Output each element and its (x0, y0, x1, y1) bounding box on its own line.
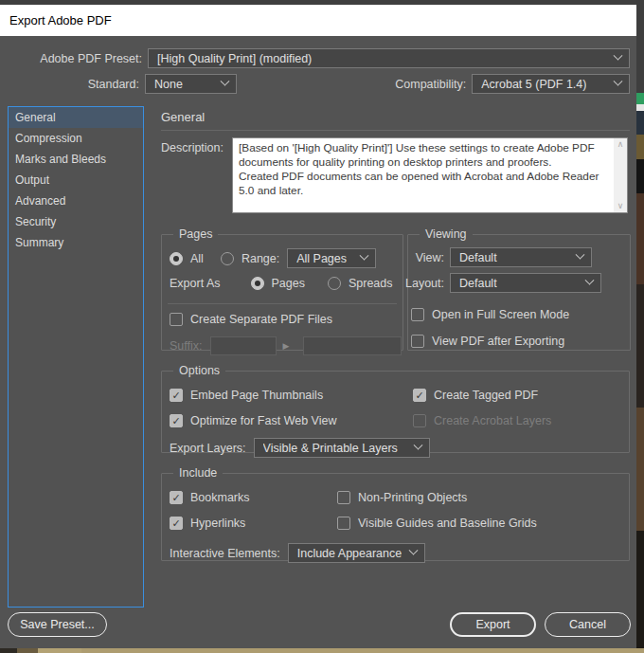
sidebar-item-label: Security (15, 215, 56, 228)
suffix-arrow-icon: ▶ (283, 341, 290, 351)
sidebar-item-output[interactable]: Output (9, 170, 143, 190)
optimize-fast-web-checkbox[interactable]: ✓ Optimize for Fast Web View (170, 414, 336, 427)
interactive-elements-dropdown[interactable]: Include Appearance (288, 543, 425, 563)
description-text: [Based on '[High Quality Print]'] Use th… (233, 138, 614, 212)
checkbox-box[interactable]: ✓ (170, 491, 183, 504)
sidebar-item-compression[interactable]: Compression (9, 128, 143, 149)
include-group: Include ✓ Bookmarks Non-Printing Objects… (161, 466, 630, 561)
export-as-row: Export As Pages Spreads (170, 277, 393, 290)
dialog-title: Export Adobe PDF (9, 13, 112, 27)
compatibility-label: Compatibility: (395, 78, 466, 91)
radio-pages-dot[interactable] (251, 277, 264, 290)
checkbox-box[interactable] (337, 491, 350, 504)
description-scrollbar[interactable]: ∧ ∨ (614, 138, 627, 212)
visible-guides-checkbox[interactable]: Visible Guides and Baseline Grids (337, 517, 537, 530)
cancel-button[interactable]: Cancel (545, 612, 631, 637)
sidebar-item-security[interactable]: Security (9, 211, 143, 232)
create-separate-pdf-label: Create Separate PDF Files (190, 313, 332, 326)
hyperlinks-checkbox[interactable]: ✓ Hyperlinks (170, 517, 245, 530)
create-acrobat-layers-checkbox: Create Acrobat Layers (413, 414, 551, 427)
view-pdf-after-export-label: View PDF after Exporting (432, 335, 564, 348)
standard-dropdown[interactable]: None (145, 74, 237, 94)
layout-value: Default (459, 277, 497, 290)
radio-all[interactable]: All (170, 252, 204, 265)
checkbox-box[interactable]: ✓ (413, 389, 426, 402)
checkbox-box[interactable]: ✓ (170, 389, 183, 402)
view-value: Default (459, 251, 497, 264)
sidebar-item-label: Summary (15, 236, 63, 249)
description-label: Description: (161, 141, 224, 154)
radio-all-dot[interactable] (170, 252, 183, 265)
checkbox-box[interactable] (411, 335, 424, 348)
layout-dropdown[interactable]: Default (450, 273, 601, 293)
non-printing-objects-label: Non-Printing Objects (358, 491, 467, 504)
optimize-fast-web-label: Optimize for Fast Web View (190, 414, 336, 427)
radio-spreads[interactable]: Spreads (328, 277, 393, 290)
radio-spreads-dot[interactable] (328, 277, 341, 290)
viewing-legend: Viewing (420, 227, 473, 241)
scroll-up-icon[interactable]: ∧ (617, 140, 624, 149)
pages-range-row: All Range: All Pages (170, 248, 376, 268)
radio-range-dot[interactable] (221, 252, 234, 265)
radio-pages[interactable]: Pages (251, 277, 305, 290)
non-printing-objects-checkbox[interactable]: Non-Printing Objects (337, 491, 467, 504)
sidebar-item-summary[interactable]: Summary (9, 232, 143, 253)
app-backdrop-right (636, 0, 644, 648)
create-acrobat-layers-label: Create Acrobat Layers (434, 414, 551, 427)
sidebar-item-label: Marks and Bleeds (15, 153, 106, 166)
view-dropdown[interactable]: Default (450, 247, 592, 267)
save-preset-button[interactable]: Save Preset... (8, 612, 107, 637)
create-tagged-pdf-checkbox[interactable]: ✓ Create Tagged PDF (413, 389, 538, 402)
create-tagged-pdf-label: Create Tagged PDF (434, 389, 538, 402)
chevron-down-icon (221, 77, 230, 86)
checkbox-box[interactable]: ✓ (170, 414, 183, 427)
sidebar-item-label: General (15, 111, 56, 124)
bookmarks-checkbox[interactable]: ✓ Bookmarks (170, 491, 250, 504)
scroll-down-icon[interactable]: ∨ (617, 202, 624, 210)
sidebar-item-advanced[interactable]: Advanced (9, 190, 143, 211)
export-as-label: Export As (170, 277, 221, 290)
sidebar-item-marks-and-bleeds[interactable]: Marks and Bleeds (9, 149, 143, 170)
compatibility-dropdown[interactable]: Acrobat 5 (PDF 1.4) (472, 74, 630, 94)
checkbox-box[interactable]: ✓ (170, 517, 183, 530)
bookmarks-label: Bookmarks (190, 491, 250, 504)
sidebar-item-general[interactable]: General (9, 107, 143, 128)
checkbox-box[interactable] (337, 517, 350, 530)
view-pdf-after-export-checkbox[interactable]: View PDF after Exporting (411, 335, 564, 348)
hyperlinks-label: Hyperlinks (190, 517, 245, 530)
range-dropdown[interactable]: All Pages (287, 248, 376, 268)
chevron-down-icon (413, 441, 422, 450)
radio-range[interactable]: Range: (221, 252, 279, 265)
sidebar-item-label: Output (15, 173, 49, 187)
sidebar-item-label: Advanced (15, 194, 65, 208)
preset-dropdown[interactable]: [High Quality Print] (modified) (148, 48, 630, 68)
settings-category-list: General Compression Marks and Bleeds Out… (8, 106, 144, 608)
open-full-screen-checkbox[interactable]: Open in Full Screen Mode (411, 308, 569, 321)
radio-spreads-label: Spreads (349, 277, 393, 290)
checkbox-box[interactable] (170, 313, 183, 326)
interactive-elements-value: Include Appearance (297, 547, 402, 560)
export-button[interactable]: Export (450, 612, 536, 637)
interactive-elements-row: Interactive Elements: Include Appearance (170, 543, 425, 563)
standard-value: None (154, 78, 183, 91)
chevron-down-icon (585, 276, 595, 285)
embed-thumbnails-checkbox[interactable]: ✓ Embed Page Thumbnails (170, 389, 323, 402)
export-layers-dropdown[interactable]: Visible & Printable Layers (254, 438, 430, 458)
compatibility-value: Acrobat 5 (PDF 1.4) (481, 78, 586, 91)
layout-row: Layout: Default (408, 273, 630, 293)
panel-heading: General (161, 110, 630, 131)
checkbox-box[interactable] (411, 308, 424, 321)
chevron-down-icon (408, 546, 418, 555)
standard-row: Standard: None Compatibility: Acrobat 5 … (9, 74, 630, 94)
export-layers-row: Export Layers: Visible & Printable Layer… (170, 438, 430, 458)
app-backdrop-bottom (0, 648, 644, 653)
embed-thumbnails-label: Embed Page Thumbnails (190, 389, 323, 402)
visible-guides-label: Visible Guides and Baseline Grids (358, 517, 537, 530)
preset-value: [High Quality Print] (modified) (157, 52, 312, 65)
preset-row: Adobe PDF Preset: [High Quality Print] (… (9, 48, 630, 68)
viewing-group: Viewing View: Default Layout: Default Op… (407, 227, 631, 351)
range-value: All Pages (296, 252, 347, 265)
radio-range-label: Range: (242, 252, 279, 265)
create-separate-pdf-checkbox[interactable]: Create Separate PDF Files (170, 313, 332, 326)
chevron-down-icon (576, 250, 585, 260)
